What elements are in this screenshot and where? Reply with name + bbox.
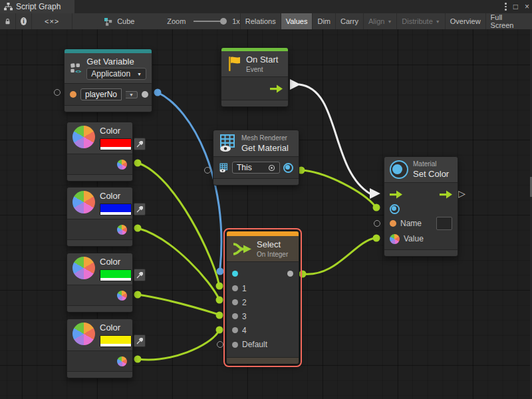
window-menu-icon[interactable] (505, 3, 507, 11)
align-button: Align▼ (364, 13, 397, 29)
node-title: Color (100, 323, 146, 332)
color-wheel-icon (72, 191, 95, 213)
port-option-2[interactable] (232, 299, 238, 305)
color-swatch[interactable] (100, 269, 132, 281)
code-icon: <×> (37, 17, 67, 25)
port-value-input[interactable] (390, 234, 400, 244)
eyedropper-icon (136, 272, 143, 279)
eyedropper-button[interactable] (134, 203, 146, 215)
node-subtitle: Event (246, 66, 278, 73)
flow-input-port[interactable] (390, 190, 402, 199)
overview-button[interactable]: Overview (446, 13, 486, 29)
select-merge-icon (232, 240, 252, 258)
port-selector-input[interactable] (232, 271, 238, 277)
flow-output-port[interactable] (440, 190, 452, 199)
eyedropper-icon (136, 141, 143, 148)
port-ring-get-variable-object[interactable] (54, 89, 61, 96)
node-category: Mesh Renderer (241, 134, 289, 142)
port-option-default[interactable] (232, 342, 238, 348)
flow-out-triangle[interactable]: ▷ (458, 188, 466, 199)
port-color-output[interactable] (117, 356, 127, 366)
node-category: Material (413, 160, 449, 168)
node-color-green[interactable]: Color (66, 253, 133, 313)
option-label: 3 (242, 312, 247, 321)
node-title: On Start (246, 55, 278, 65)
zoom-value: 1x (232, 17, 240, 25)
relations-button[interactable]: Relations (240, 13, 281, 29)
color-swatch[interactable] (100, 203, 132, 215)
tab-script-graph[interactable]: Script Graph (0, 0, 74, 13)
lock-icon (5, 17, 11, 26)
dim-button[interactable]: Dim (313, 13, 336, 29)
port-color-output[interactable] (117, 225, 127, 235)
name-input-field[interactable] (436, 217, 452, 230)
select-option-row: Default (227, 337, 299, 352)
node-footer (384, 249, 458, 256)
lock-button[interactable] (0, 13, 16, 29)
port-ring-get-material-target[interactable] (204, 167, 211, 174)
node-footer (227, 357, 299, 364)
option-label: Default (242, 340, 267, 349)
graph-icon (104, 17, 113, 26)
eyedropper-button[interactable] (134, 269, 146, 281)
carry-button[interactable]: Carry (336, 13, 364, 29)
graph-toolbar: i <×> Cube Zoom 1x Relations Values Dim … (0, 13, 532, 30)
material-icon (390, 160, 408, 179)
port-option-4[interactable] (232, 327, 238, 333)
chevron-down-icon: ▼ (137, 72, 142, 76)
color-swatch[interactable] (100, 138, 132, 150)
flow-output-port[interactable] (270, 84, 283, 93)
tab-title: Script Graph (16, 2, 61, 11)
values-button[interactable]: Values (281, 13, 313, 29)
port-name-input[interactable] (70, 91, 76, 98)
port-color-output[interactable] (117, 291, 127, 301)
script-graph-window: Script Graph □ × i <×> (0, 0, 532, 399)
variable-name-dropdown-button[interactable]: ▼ (126, 91, 138, 98)
eyedropper-button[interactable] (134, 138, 146, 150)
port-ring-set-color-name[interactable] (374, 220, 380, 227)
port-option-1[interactable] (232, 285, 238, 291)
port-color-output[interactable] (117, 160, 127, 170)
node-footer (67, 371, 132, 378)
node-color-bar (227, 231, 299, 236)
node-color-blue[interactable]: Color (66, 187, 133, 247)
node-select[interactable]: Select On Integer 1 2 3 4 (226, 231, 299, 364)
node-color-red[interactable]: Color (66, 122, 133, 182)
node-footer (221, 100, 288, 106)
node-title: Color (100, 191, 146, 201)
port-material-output[interactable] (283, 163, 293, 173)
port-selection-output[interactable] (287, 271, 293, 277)
port-ring-select-default[interactable] (217, 341, 223, 348)
node-footer (67, 174, 132, 181)
variable-name-field[interactable]: playerNo (80, 88, 122, 100)
port-option-3[interactable] (232, 313, 238, 319)
edit-code-button[interactable]: <×> (32, 13, 72, 29)
inspect-button[interactable]: i (16, 13, 32, 29)
maximize-icon[interactable]: □ (513, 0, 518, 13)
graph-name: Cube (117, 17, 134, 25)
object-picker-icon[interactable] (268, 164, 275, 172)
variable-scope-dropdown[interactable]: Application ▼ (86, 68, 146, 80)
eyedropper-button[interactable] (134, 334, 146, 347)
color-wheel-icon (72, 257, 95, 279)
node-get-variable[interactable]: <> Get Variable Application ▼ playerNo ▼ (64, 49, 152, 112)
node-set-color[interactable]: Material Set Color Name (384, 156, 458, 257)
color-swatch[interactable] (100, 335, 132, 347)
target-field[interactable]: This (232, 162, 280, 174)
node-get-material[interactable]: Mesh Renderer Get Material This (213, 130, 299, 186)
fullscreen-button[interactable]: Full Screen (486, 13, 532, 29)
graph-breadcrumb[interactable]: Cube (99, 13, 139, 29)
zoom-slider[interactable] (194, 21, 224, 22)
title-bar: Script Graph □ × (0, 0, 532, 14)
select-option-row: 1 (227, 281, 299, 295)
select-option-row: 2 (227, 295, 299, 309)
node-on-start[interactable]: On Start Event (221, 47, 289, 107)
port-material-input[interactable] (390, 204, 400, 214)
close-icon[interactable]: × (525, 0, 529, 13)
zoom-slider-handle[interactable] (220, 18, 227, 25)
color-wheel-icon (72, 323, 95, 345)
port-value-output[interactable] (142, 91, 148, 98)
node-color-yellow[interactable]: Color (66, 319, 133, 378)
select-option-row: 3 (227, 309, 299, 323)
port-name-input[interactable] (390, 220, 396, 227)
